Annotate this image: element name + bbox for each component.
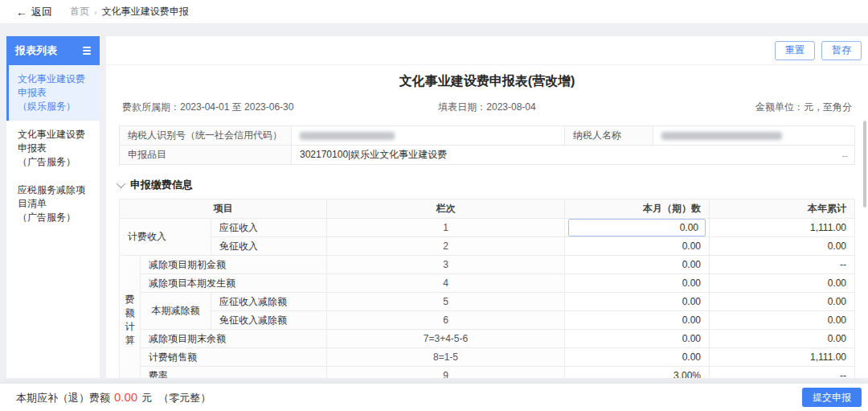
collapse-menu-icon[interactable] bbox=[83, 47, 91, 55]
group-fee-calculation: 费额计算 bbox=[120, 256, 141, 379]
reset-button[interactable]: 重置 bbox=[775, 41, 815, 60]
declare-item-value: 302170100|娱乐业文化事业建设费 -- bbox=[292, 146, 855, 165]
table-header-row: 项目 栏次 本月（期）数 本年累计 bbox=[120, 199, 855, 219]
breadcrumb-current: 文化事业建设费申报 bbox=[102, 5, 189, 18]
sidebar-item-entertainment-report[interactable]: 文化事业建设费申报表 （娱乐服务） bbox=[6, 65, 100, 121]
form-title: 文化事业建设费申报表(营改增) bbox=[106, 73, 868, 90]
table-row: 本期减除额 应征收入减除额 5 0.00 0.00 bbox=[120, 293, 855, 311]
form-panel: 重置 暂存 文化事业建设费申报表(营改增) 费款所属期：2023-04-01 至… bbox=[106, 36, 868, 378]
taxpayer-info-table: 纳税人识别号（统一社会信用代码） 纳税人名称 申报品目 302170100|娱乐… bbox=[119, 125, 855, 165]
table-row: 计费销售额 8=1-5 0.00 1,111.00 bbox=[120, 348, 855, 367]
declaration-table: 项目 栏次 本月（期）数 本年累计 计费收入 应征收入 1 1,111.00 免… bbox=[119, 199, 855, 378]
footer-bar: 本期应补（退）费额 0.00 元 （零元整） 提交申报 bbox=[0, 384, 868, 411]
sidebar-item-deduction-list[interactable]: 应税服务减除项目清单 （广告服务） bbox=[6, 176, 100, 232]
header-project: 项目 bbox=[120, 199, 327, 219]
section-declare-payment-info[interactable]: 申报缴费信息 bbox=[119, 178, 855, 192]
sidebar-title: 报表列表 bbox=[15, 43, 57, 58]
section-title: 申报缴费信息 bbox=[130, 178, 193, 192]
group-billable-income: 计费收入 bbox=[120, 219, 211, 256]
taxable-income-current-input[interactable] bbox=[568, 219, 706, 236]
report-list-sidebar: 报表列表 文化事业建设费申报表 （娱乐服务） 文化事业建设费申报表 （广告服务）… bbox=[6, 36, 100, 378]
breadcrumb: 首页 › 文化事业建设费申报 bbox=[70, 5, 189, 18]
taxpayer-id-label: 纳税人识别号（统一社会信用代码） bbox=[120, 126, 292, 146]
breadcrumb-separator-icon: › bbox=[94, 7, 97, 17]
declare-item-label: 申报品目 bbox=[120, 146, 292, 165]
fill-date: 填表日期：2023-08-04 bbox=[438, 101, 535, 114]
amount-unit: 元 bbox=[141, 391, 152, 405]
declare-item-suffix: -- bbox=[842, 150, 848, 160]
back-button[interactable]: ← 返回 bbox=[16, 5, 52, 19]
table-row: 免征收入 2 0.00 0.00 bbox=[120, 237, 855, 256]
amount-due-value: 0.00 bbox=[114, 390, 137, 404]
sidebar-header: 报表列表 bbox=[6, 36, 100, 65]
table-row: 免征收入减除额 6 0.00 0.00 bbox=[120, 311, 855, 330]
amount-in-words: （零元整） bbox=[158, 391, 211, 405]
taxpayer-id-redacted bbox=[300, 132, 395, 140]
back-arrow-icon: ← bbox=[16, 6, 27, 18]
amount-due-line: 本期应补（退）费额 0.00 元 （零元整） bbox=[16, 390, 211, 405]
table-row: 费率 9 3.00% -- bbox=[120, 367, 855, 379]
fee-period: 费款所属期：2023-04-01 至 2023-06-30 bbox=[122, 101, 293, 114]
table-row: 减除项目期末余额 7=3+4-5-6 0.00 0.00 bbox=[120, 330, 855, 348]
amount-due-label: 本期应补（退）费额 bbox=[16, 391, 110, 405]
unit-note: 金额单位：元，至角分 bbox=[755, 101, 852, 114]
top-nav: ← 返回 首页 › 文化事业建设费申报 bbox=[0, 0, 868, 24]
form-toolbar: 重置 暂存 bbox=[106, 36, 868, 65]
submit-declaration-button[interactable]: 提交申报 bbox=[802, 388, 862, 407]
hold-save-button[interactable]: 暂存 bbox=[821, 41, 862, 60]
breadcrumb-home[interactable]: 首页 bbox=[70, 5, 89, 18]
header-year-total: 本年累计 bbox=[710, 199, 855, 219]
header-column-no: 栏次 bbox=[327, 199, 565, 219]
sidebar-item-advertising-report[interactable]: 文化事业建设费申报表 （广告服务） bbox=[6, 121, 100, 176]
header-current-period: 本月（期）数 bbox=[565, 199, 710, 219]
scrollbar[interactable] bbox=[863, 121, 866, 208]
taxpayer-name-label: 纳税人名称 bbox=[565, 126, 653, 146]
taxpayer-name-redacted bbox=[661, 132, 782, 140]
back-label: 返回 bbox=[31, 5, 52, 19]
table-row: 减除项目本期发生额 4 0.00 0.00 bbox=[120, 274, 855, 293]
taxpayer-name-value bbox=[653, 126, 855, 146]
chevron-down-icon bbox=[117, 179, 125, 188]
group-current-deduction: 本期减除额 bbox=[141, 293, 211, 330]
table-row: 计费收入 应征收入 1 1,111.00 bbox=[120, 219, 855, 237]
taxpayer-id-value bbox=[292, 126, 565, 146]
table-row: 费额计算 减除项目期初金额 3 0.00 -- bbox=[120, 256, 855, 274]
form-meta-row: 费款所属期：2023-04-01 至 2023-06-30 填表日期：2023-… bbox=[106, 101, 868, 114]
